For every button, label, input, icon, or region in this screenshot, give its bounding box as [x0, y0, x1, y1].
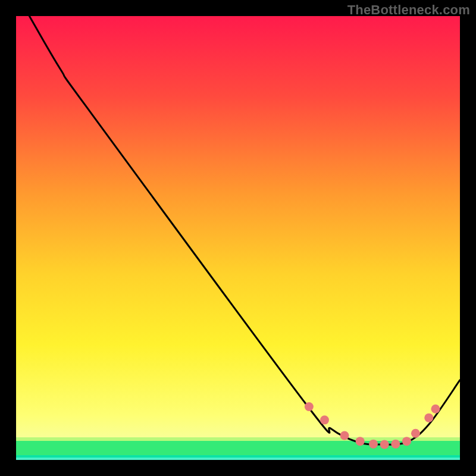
green-band-bottom-edge: [16, 458, 460, 460]
green-band-lower-accent: [16, 455, 460, 458]
data-marker: [305, 402, 314, 411]
data-marker: [391, 440, 400, 449]
data-marker: [431, 405, 440, 414]
data-marker: [424, 414, 433, 422]
data-marker: [340, 431, 349, 440]
data-marker: [369, 440, 378, 449]
data-marker: [411, 429, 420, 438]
gradient-background: [16, 16, 460, 460]
data-marker: [402, 437, 411, 446]
data-marker: [380, 440, 389, 449]
data-marker: [356, 437, 365, 446]
chart-plot-area: [16, 16, 460, 460]
data-marker: [320, 415, 329, 424]
chart-svg: [16, 16, 460, 460]
chart-stage: TheBottleneck.com: [0, 0, 476, 476]
